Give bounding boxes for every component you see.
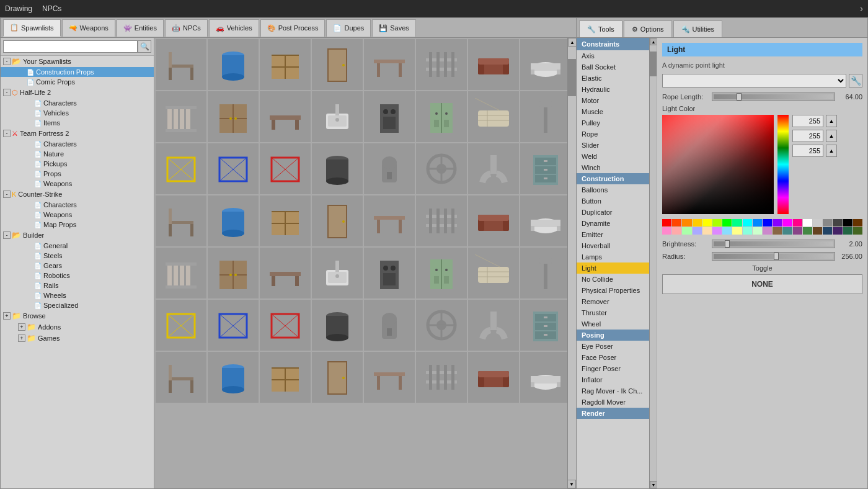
prop-item[interactable] xyxy=(416,143,467,194)
color-swatch-24[interactable] xyxy=(702,227,712,235)
tab-utilities[interactable]: 🔩 Utilities xyxy=(673,20,722,37)
tab-weapons[interactable]: 🔫 Weapons xyxy=(62,19,115,37)
radius-slider[interactable] xyxy=(712,252,835,261)
constraint-item-slider[interactable]: Slider xyxy=(577,140,649,151)
tree-item-tf2-props[interactable]: 📄Props xyxy=(1,169,154,179)
tree-item-cs-map-props[interactable]: 📄Map Props xyxy=(1,220,154,230)
prop-item[interactable] xyxy=(208,352,259,403)
menu-drawing[interactable]: Drawing xyxy=(5,4,32,13)
tree-item-construction-props[interactable]: 📄Construction Props xyxy=(1,67,154,77)
constraint-item-ragdoll-mover[interactable]: Ragdoll Mover xyxy=(577,397,649,408)
tree-item-builder-general[interactable]: 📄General xyxy=(1,241,154,251)
prop-item[interactable] xyxy=(520,352,571,403)
color-swatch-16[interactable] xyxy=(823,219,832,227)
tree-toggle-games[interactable]: + xyxy=(18,334,25,342)
tree-toggle-browse[interactable]: + xyxy=(3,312,11,320)
prop-item[interactable] xyxy=(364,300,415,351)
color-swatch-3[interactable] xyxy=(693,219,702,227)
constraint-item-weld[interactable]: Weld xyxy=(577,151,649,162)
light-type-dropdown[interactable] xyxy=(662,74,846,87)
constraint-item-hydraulic[interactable]: Hydraulic xyxy=(577,84,649,95)
search-button[interactable]: 🔍 xyxy=(138,40,151,53)
color-b-up[interactable]: ▲ xyxy=(826,145,837,157)
prop-item[interactable] xyxy=(312,195,363,246)
tree-item-builder-steels[interactable]: 📄Steels xyxy=(1,251,154,261)
tree-toggle-team-fortress-2[interactable]: - xyxy=(3,130,11,137)
prop-item[interactable] xyxy=(520,248,571,298)
constraint-item-elastic[interactable]: Elastic xyxy=(577,73,649,84)
color-swatch-28[interactable] xyxy=(743,227,752,235)
prop-item[interactable] xyxy=(312,91,363,142)
prop-item[interactable] xyxy=(416,352,467,403)
color-swatch-8[interactable] xyxy=(743,219,752,227)
color-swatch-14[interactable] xyxy=(803,219,812,227)
color-swatch-2[interactable] xyxy=(682,219,691,227)
constraint-item-dynamite[interactable]: Dynamite xyxy=(577,218,649,229)
prop-item[interactable] xyxy=(312,248,363,298)
prop-item[interactable] xyxy=(156,91,206,142)
search-input[interactable] xyxy=(3,40,138,53)
prop-item[interactable] xyxy=(208,195,259,246)
color-swatch-39[interactable] xyxy=(853,227,862,235)
prop-item[interactable] xyxy=(520,143,571,194)
prop-item[interactable] xyxy=(312,143,363,194)
color-swatch-15[interactable] xyxy=(813,219,822,227)
tree-item-browse[interactable]: +📁Browse xyxy=(1,310,154,321)
color-swatch-26[interactable] xyxy=(722,227,732,235)
color-swatch-22[interactable] xyxy=(682,227,691,235)
constraints-scroll-up[interactable]: ▲ xyxy=(650,38,657,45)
tab-tools[interactable]: 🔧 Tools xyxy=(579,20,622,37)
constraint-item-hoverball[interactable]: Hoverball xyxy=(577,240,649,251)
color-r-up[interactable]: ▲ xyxy=(826,115,837,127)
color-swatch-27[interactable] xyxy=(732,227,742,235)
prop-item[interactable] xyxy=(260,300,311,351)
color-swatch-33[interactable] xyxy=(793,227,802,235)
constraint-item-lamps[interactable]: Lamps xyxy=(577,251,649,262)
tree-item-tf2-pickups[interactable]: 📄Pickups xyxy=(1,159,154,169)
brightness-slider[interactable] xyxy=(712,240,835,248)
constraint-item-motor[interactable]: Motor xyxy=(577,95,649,106)
color-swatch-1[interactable] xyxy=(672,219,681,227)
color-g-input[interactable] xyxy=(792,130,823,142)
tree-item-addons[interactable]: +📁Addons xyxy=(1,321,154,333)
color-swatch-12[interactable] xyxy=(782,219,792,227)
color-swatch-5[interactable] xyxy=(712,219,722,227)
color-swatch-6[interactable] xyxy=(722,219,732,227)
prop-item[interactable] xyxy=(520,300,571,351)
color-swatch-10[interactable] xyxy=(763,219,772,227)
prop-item[interactable] xyxy=(156,195,206,246)
constraint-item-muscle[interactable]: Muscle xyxy=(577,106,649,117)
color-swatch-38[interactable] xyxy=(843,227,852,235)
prop-item[interactable] xyxy=(364,39,415,90)
wrench-button[interactable]: 🔧 xyxy=(849,74,862,87)
prop-item[interactable] xyxy=(312,39,363,90)
color-swatch-36[interactable] xyxy=(823,227,832,235)
prop-item[interactable] xyxy=(364,248,415,298)
constraint-item-axis[interactable]: Axis xyxy=(577,50,649,61)
prop-item[interactable] xyxy=(364,143,415,194)
prop-item[interactable] xyxy=(468,143,519,194)
constraint-item-pulley[interactable]: Pulley xyxy=(577,117,649,128)
prop-item[interactable] xyxy=(364,352,415,403)
constraint-item-no-collide[interactable]: No Collide xyxy=(577,274,649,285)
prop-item[interactable] xyxy=(260,39,311,90)
tree-item-tf2-nature[interactable]: 📄Nature xyxy=(1,149,154,159)
constraint-item-button[interactable]: Button xyxy=(577,195,649,207)
constraint-item-emitter[interactable]: Emitter xyxy=(577,229,649,240)
tree-toggle-counter-strike[interactable]: - xyxy=(3,191,11,198)
color-spectrum[interactable] xyxy=(777,115,789,214)
color-swatch-31[interactable] xyxy=(773,227,782,235)
tree-item-counter-strike[interactable]: -KCounter-Strike xyxy=(1,189,154,200)
prop-item[interactable] xyxy=(416,91,467,142)
prop-item[interactable] xyxy=(208,248,259,298)
constraints-scroll-down[interactable]: ▼ xyxy=(650,481,657,488)
prop-item[interactable] xyxy=(468,195,519,246)
prop-item[interactable] xyxy=(416,39,467,90)
constraint-item-wheel[interactable]: Wheel xyxy=(577,318,649,330)
tree-toggle-addons[interactable]: + xyxy=(18,323,25,331)
tree-item-builder-specialized[interactable]: 📄Specialized xyxy=(1,300,154,310)
tab-options[interactable]: ⚙ Options xyxy=(624,20,672,37)
tree-item-half-life-2[interactable]: -⬡Half-Life 2 xyxy=(1,87,154,98)
tree-item-team-fortress-2[interactable]: -⚔Team Fortress 2 xyxy=(1,128,154,139)
constraint-item-ball-socket[interactable]: Ball Socket xyxy=(577,61,649,73)
